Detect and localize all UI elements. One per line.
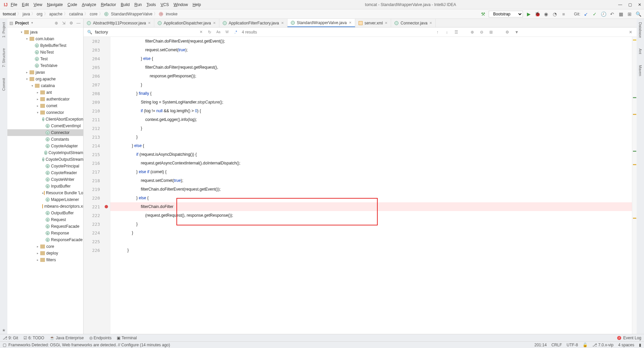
favorites-icon[interactable]: ★ bbox=[2, 328, 6, 333]
all-occurrences-icon[interactable]: ⊞ bbox=[488, 29, 494, 36]
line-number[interactable]: 209 bbox=[84, 98, 110, 107]
project-tree[interactable]: ▾java▾com.lubanByteBufferTestNioTestTest… bbox=[7, 27, 83, 334]
word-icon[interactable]: W bbox=[224, 29, 230, 36]
coverage-icon[interactable]: ◉ bbox=[543, 11, 549, 17]
close-tab-icon[interactable]: ✕ bbox=[429, 21, 432, 25]
readonly-icon[interactable]: 🔓 bbox=[583, 343, 588, 347]
crumb-StandardWrapperValve[interactable]: StandardWrapperValve bbox=[111, 12, 153, 16]
line-number[interactable]: 224 bbox=[84, 228, 110, 237]
line-number[interactable]: 211 bbox=[84, 115, 110, 124]
caret-position[interactable]: 201:14 bbox=[534, 343, 547, 347]
menu-file[interactable]: File bbox=[9, 2, 19, 8]
line-number[interactable]: 218 bbox=[84, 176, 110, 185]
crumb-java[interactable]: java bbox=[22, 12, 30, 16]
tree-item[interactable]: ▾org.apache bbox=[7, 76, 83, 82]
crumb-tomcat[interactable]: tomcat bbox=[3, 12, 16, 16]
debug-icon[interactable]: 🐞 bbox=[534, 11, 540, 17]
minimize-icon[interactable]: — bbox=[618, 2, 622, 7]
menu-help[interactable]: Help bbox=[191, 2, 203, 8]
tab-database[interactable]: Database bbox=[638, 20, 642, 40]
remove-selection-icon[interactable]: ⊖ bbox=[478, 29, 485, 36]
tree-item[interactable]: ▸Resource Bundle 'LocalStrings' bbox=[7, 190, 83, 196]
code-line[interactable]: filterChain.doFilterEvent(request.getEve… bbox=[110, 185, 632, 194]
code-line[interactable]: if (request.isAsyncDispatching()) { bbox=[110, 150, 632, 159]
bottom-todo[interactable]: ☑ 6: TODO bbox=[23, 336, 44, 340]
git-branch[interactable]: ⎇ 7.0.x-vip bbox=[592, 343, 613, 347]
tree-item[interactable]: CoyoteOutputStream bbox=[7, 156, 83, 163]
dropdown-icon[interactable]: ▼ bbox=[31, 21, 34, 24]
line-number[interactable]: 226 bbox=[84, 246, 110, 255]
crumb-catalina[interactable]: catalina bbox=[69, 12, 83, 16]
tree-item[interactable]: Request bbox=[7, 216, 83, 223]
code-line[interactable]: } else { bbox=[110, 54, 632, 63]
bottom-terminal[interactable]: ▣ Terminal bbox=[117, 336, 137, 340]
close-tab-icon[interactable]: ✕ bbox=[281, 21, 284, 25]
code-line[interactable]: } finally { bbox=[110, 89, 632, 98]
git-commit-icon[interactable]: ✓ bbox=[592, 11, 598, 17]
code-line[interactable]: } bbox=[110, 246, 632, 255]
tree-item[interactable]: ▸javax bbox=[7, 69, 83, 76]
code-line[interactable]: } bbox=[110, 80, 632, 89]
gear-icon[interactable]: ⚙ bbox=[68, 20, 74, 26]
menu-edit[interactable]: Edit bbox=[20, 2, 31, 8]
close-find-icon[interactable]: ✕ bbox=[627, 29, 634, 36]
code-line[interactable]: context.getLogger().info(log); bbox=[110, 115, 632, 124]
close-tab-icon[interactable]: ✕ bbox=[385, 21, 387, 25]
event-log[interactable]: Event Log bbox=[623, 336, 641, 340]
close-tab-icon[interactable]: ✕ bbox=[349, 21, 352, 24]
tree-item[interactable]: mbeans-descriptors.xml bbox=[7, 203, 83, 210]
case-icon[interactable]: Aa bbox=[215, 29, 222, 36]
profile-icon[interactable]: ◔ bbox=[552, 11, 558, 17]
git-history-icon[interactable]: 🕘 bbox=[600, 11, 606, 17]
line-number[interactable]: 220 bbox=[84, 194, 110, 202]
bottom-java-ee[interactable]: ☕ Java Enterprise bbox=[50, 336, 84, 340]
hide-icon[interactable]: — bbox=[76, 20, 81, 26]
code-line[interactable]: } bbox=[110, 133, 632, 141]
code-line[interactable]: } bbox=[110, 124, 632, 133]
ide-grid-icon[interactable]: ▦ bbox=[618, 11, 624, 17]
error-stripe[interactable] bbox=[632, 37, 637, 334]
regex-icon[interactable]: .* bbox=[232, 29, 239, 36]
breadcrumb[interactable]: tomcat 〉 java 〉 org 〉 apache 〉 catalina … bbox=[3, 11, 177, 17]
filter-icon[interactable]: ▼ bbox=[513, 29, 520, 36]
line-number[interactable]: 206 bbox=[84, 72, 110, 80]
tree-item[interactable]: ▸filters bbox=[7, 257, 83, 263]
line-number[interactable]: 208 bbox=[84, 89, 110, 98]
settings-icon[interactable]: ⚙ bbox=[504, 29, 511, 36]
line-number[interactable]: 212 bbox=[84, 124, 110, 133]
search-everywhere-icon[interactable]: 🔍 bbox=[635, 11, 641, 17]
line-number[interactable]: 213 bbox=[84, 133, 110, 141]
tree-item[interactable]: Connector bbox=[7, 129, 83, 136]
status-message[interactable]: Frameworks Detected: OSGi, Web framework… bbox=[8, 343, 170, 347]
line-number[interactable]: 203 bbox=[84, 46, 110, 54]
next-icon[interactable]: ↓ bbox=[443, 29, 450, 36]
tab-maven[interactable]: Maven bbox=[638, 63, 642, 78]
git-revert-icon[interactable]: ↶ bbox=[609, 11, 615, 17]
memory-icon[interactable]: ▮ bbox=[639, 343, 641, 347]
tree-item[interactable]: CoyoteAdapter bbox=[7, 143, 83, 149]
code-line[interactable]: } bbox=[110, 228, 632, 237]
close-icon[interactable]: ✕ bbox=[638, 2, 641, 7]
git-update-icon[interactable]: ↙ bbox=[583, 11, 589, 17]
code-line[interactable]: } else if (comet) { bbox=[110, 167, 632, 176]
crumb-core[interactable]: core bbox=[90, 12, 97, 16]
line-number[interactable]: 202 bbox=[84, 37, 110, 46]
menu-vcs[interactable]: VCS bbox=[159, 2, 171, 8]
code-line[interactable]: request.getAsyncContextInternal().doInte… bbox=[110, 159, 632, 167]
close-tab-icon[interactable]: ✕ bbox=[213, 21, 216, 25]
crumb-apache[interactable]: apache bbox=[49, 12, 62, 16]
tree-item[interactable]: InputBuffer bbox=[7, 183, 83, 190]
code-line[interactable]: if (log != null && log.length() > 0) { bbox=[110, 107, 632, 115]
menu-code[interactable]: Code bbox=[65, 2, 79, 8]
tree-item[interactable]: ResponseFacade bbox=[7, 236, 83, 243]
tree-item[interactable]: ClientAbortException bbox=[7, 116, 83, 123]
line-number[interactable]: 219 bbox=[84, 185, 110, 194]
line-number[interactable]: 217 bbox=[84, 167, 110, 176]
maximize-icon[interactable]: ▢ bbox=[628, 2, 632, 7]
code-line[interactable]: String log = SystemLogHandler.stopCaptur… bbox=[110, 98, 632, 107]
code-line[interactable]: filterChain.doFilterEvent(request.getEve… bbox=[110, 37, 632, 46]
hammer-icon[interactable]: ⚒ bbox=[480, 11, 486, 17]
menu-analyze[interactable]: Analyze bbox=[80, 2, 98, 8]
tree-item[interactable]: ByteBufferTest bbox=[7, 42, 83, 49]
tree-item[interactable]: ▸core bbox=[7, 243, 83, 250]
